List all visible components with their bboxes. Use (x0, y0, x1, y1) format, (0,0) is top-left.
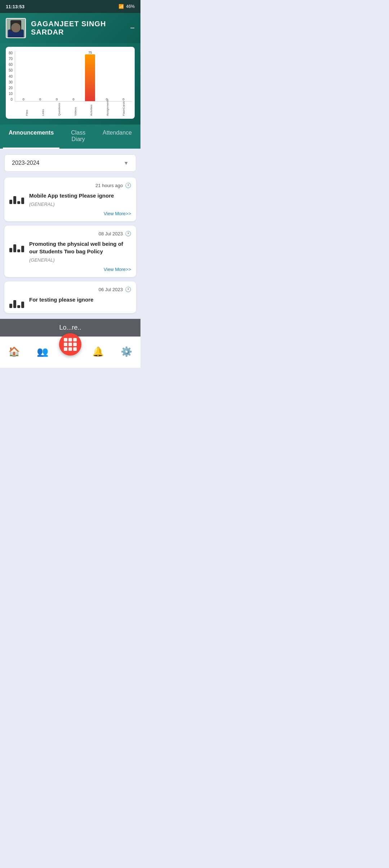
bar-questions: 0 (49, 98, 65, 101)
bar-flashcards: 0 (115, 98, 132, 101)
clock-icon-1: 🕐 (125, 182, 131, 188)
year-value: 2023-2024 (12, 160, 40, 166)
announcement-card-2: 08 Jul 2023 🕐 Promoting the physical wel… (4, 226, 136, 277)
timestamp-1: 21 hours ago (95, 183, 123, 188)
card-text-2: Promoting the physical well being of our… (29, 240, 131, 263)
tab-attendance[interactable]: Attendance (97, 125, 138, 149)
timestamp-2: 08 Jul 2023 (99, 231, 123, 236)
timestamp-3: 06 Jul 2023 (99, 287, 123, 292)
audio-icon-1 (9, 193, 24, 204)
view-more-1[interactable]: View More>> (9, 211, 131, 216)
x-axis-labels: Files Links Questions Videos Activities … (9, 102, 132, 116)
audio-icon-3 (9, 297, 24, 308)
card-body-2: Promoting the physical well being of our… (9, 240, 131, 263)
collapse-button[interactable]: − (130, 23, 135, 33)
card-header-1: 21 hours ago 🕐 (9, 182, 131, 188)
loading-text: Lo...re.. (59, 324, 81, 331)
announcement-card-3: 06 Jul 2023 🕐 For testing please ignore (4, 281, 136, 313)
announcement-title-1: Mobile App testing Please ignore (29, 192, 114, 199)
card-body-3: For testing please ignore (9, 296, 131, 308)
home-icon: 🏠 (8, 346, 20, 357)
clock-icon-2: 🕐 (125, 231, 131, 236)
chart-container: 80 70 60 50 40 30 20 10 0 0 0 (6, 47, 135, 119)
card-text-3: For testing please ignore (29, 296, 93, 305)
nav-notifications[interactable]: 🔔 (86, 345, 109, 359)
audio-icon-2 (9, 241, 24, 252)
nav-settings[interactable]: ⚙️ (115, 345, 138, 359)
status-bar: 11:13:53 📶 46% (0, 0, 140, 13)
header: GAGANJEET SINGH SARDAR − (0, 13, 140, 43)
y-axis: 80 70 60 50 40 30 20 10 0 (9, 51, 15, 101)
avatar (6, 18, 26, 38)
fab-button[interactable] (59, 333, 81, 356)
card-header-3: 06 Jul 2023 🕐 (9, 286, 131, 292)
bar-links: 0 (32, 98, 48, 101)
signal-icon: 📶 (119, 4, 124, 9)
user-name: GAGANJEET SINGH SARDAR (31, 20, 125, 36)
announcement-card-1: 21 hours ago 🕐 Mobile App testing Please… (4, 177, 136, 221)
dropdown-arrow-icon: ▼ (124, 160, 129, 166)
tab-announcements[interactable]: Announcements (3, 125, 59, 149)
announcement-category-2: (GENERAL) (29, 257, 55, 263)
nav-users[interactable]: 👥 (31, 345, 54, 359)
gear-icon: ⚙️ (121, 346, 132, 357)
fab-grid (62, 336, 79, 353)
announcement-title-2: Promoting the physical well being of our… (29, 240, 131, 255)
bar-videos: 0 (65, 98, 82, 101)
nav-fab[interactable] (59, 333, 81, 356)
status-icons: 📶 46% (119, 4, 135, 9)
battery-icon: 46% (126, 4, 135, 9)
tab-class-diary[interactable]: Class Diary (59, 125, 97, 149)
bottom-nav: 🏠 👥 🔔 ⚙️ (0, 336, 140, 368)
bars-container: 0 0 0 0 (15, 51, 132, 101)
card-body-1: Mobile App testing Please ignore (GENERA… (9, 192, 131, 207)
main-content: 2023-2024 ▼ 21 hours ago 🕐 Mobile App te… (0, 149, 140, 319)
status-time: 11:13:53 (6, 4, 24, 9)
users-icon: 👥 (37, 346, 48, 357)
clock-icon-3: 🕐 (125, 286, 131, 292)
bell-icon: 🔔 (92, 346, 104, 357)
bar-files: 0 (15, 98, 32, 101)
announcement-title-3: For testing please ignore (29, 296, 93, 303)
bar-activities: 75 (82, 51, 98, 101)
card-text-1: Mobile App testing Please ignore (GENERA… (29, 192, 114, 207)
nav-home[interactable]: 🏠 (3, 345, 26, 359)
announcement-category-1: (GENERAL) (29, 202, 55, 207)
chart-section: 80 70 60 50 40 30 20 10 0 0 0 (0, 43, 140, 125)
view-more-2[interactable]: View More>> (9, 267, 131, 272)
tabs-bar: Announcements Class Diary Attendance (0, 125, 140, 149)
card-header-2: 08 Jul 2023 🕐 (9, 231, 131, 236)
year-selector[interactable]: 2023-2024 ▼ (4, 154, 136, 172)
